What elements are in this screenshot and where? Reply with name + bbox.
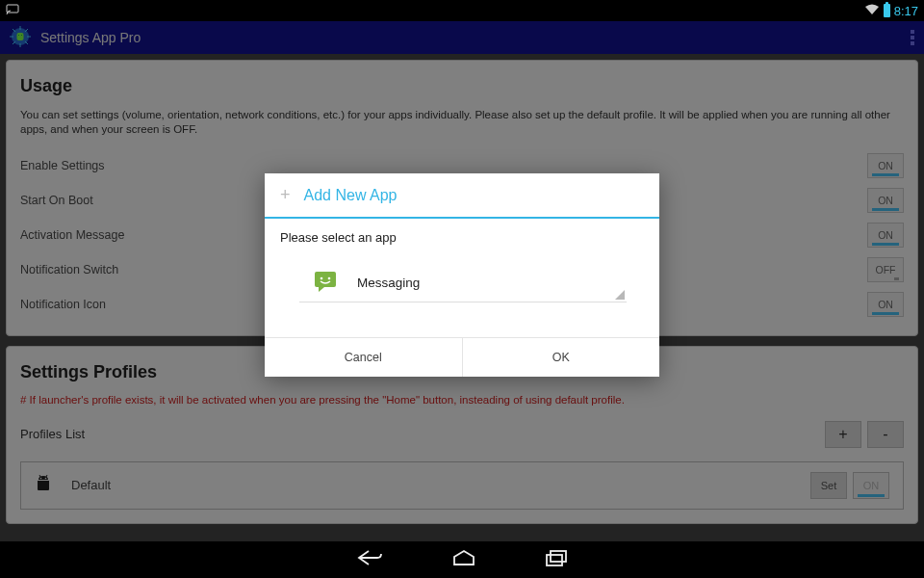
- dropdown-indicator-icon: [615, 290, 625, 300]
- dialog-prompt: Please select an app: [280, 230, 644, 245]
- plus-icon: +: [280, 185, 291, 205]
- svg-rect-20: [547, 555, 562, 565]
- selected-app-name: Messaging: [357, 276, 420, 290]
- back-icon[interactable]: [355, 548, 384, 571]
- svg-point-18: [321, 277, 323, 280]
- svg-rect-17: [315, 272, 336, 287]
- svg-point-19: [328, 277, 331, 280]
- add-app-dialog: + Add New App Please select an app Messa…: [265, 173, 659, 377]
- clock: 8:17: [894, 4, 918, 18]
- battery-icon: [884, 4, 890, 17]
- status-bar: 8:17: [0, 0, 924, 21]
- wifi-icon: [864, 4, 880, 18]
- ok-button[interactable]: OK: [463, 338, 660, 377]
- home-icon[interactable]: [451, 548, 476, 571]
- dialog-header: + Add New App: [265, 173, 659, 219]
- messaging-app-icon: [313, 270, 338, 296]
- svg-rect-21: [551, 551, 566, 562]
- navigation-bar: [0, 541, 924, 578]
- cancel-button[interactable]: Cancel: [265, 338, 463, 377]
- dialog-title: Add New App: [304, 187, 398, 204]
- cast-icon: [6, 4, 19, 18]
- recents-icon[interactable]: [544, 548, 569, 571]
- app-select-dropdown[interactable]: Messaging: [299, 260, 627, 302]
